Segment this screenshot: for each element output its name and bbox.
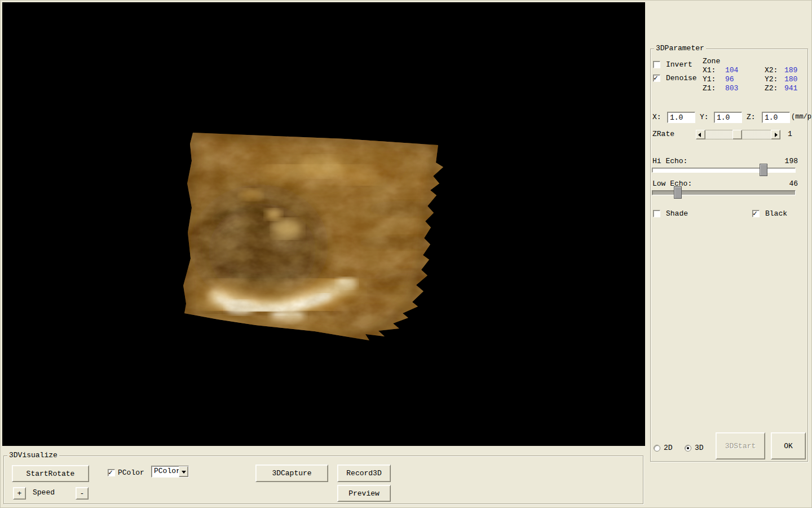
parameter-group: 3DParameter Invert Denoise Zone X1: 104 … [650,49,808,462]
3d-viewport[interactable] [2,2,645,446]
mode-2d-radio[interactable] [654,445,660,452]
denoise-checkbox[interactable] [653,75,660,82]
mode-3d-label: 3D [695,444,704,452]
record3d-button[interactable]: Record3D [337,465,391,482]
3dcapture-button[interactable]: 3DCapture [255,465,328,482]
start-rotate-button[interactable]: StartRotate [12,465,89,482]
pcolor-dropdown-arrow-icon[interactable] [179,466,188,477]
denoise-label: Denoise [666,75,697,82]
zone-y1-label: Y1: [703,76,716,84]
black-checkbox[interactable] [752,210,760,217]
x-scale-label: X: [652,113,661,121]
black-label: Black [765,210,787,218]
zone-x2-label: X2: [765,67,778,75]
visualize-group: 3DVisualize StartRotate + Speed - PColor… [3,456,643,504]
3dstart-button[interactable]: 3DStart [716,432,765,459]
visualize-group-title: 3DVisualize [7,452,59,459]
invert-checkbox[interactable] [653,61,660,68]
y-scale-label: Y: [700,113,709,121]
zone-y1-value: 96 [725,76,734,84]
low-echo-slider-thumb[interactable] [674,186,682,199]
zrate-scrollbar[interactable] [696,130,780,139]
speed-label: Speed [33,489,55,497]
speed-plus-button[interactable]: + [13,487,26,500]
zone-y2-value: 180 [784,76,797,84]
zone-x1-value: 104 [725,67,738,75]
parameter-group-title: 3DParameter [654,45,706,52]
zrate-scrollbar-thumb[interactable] [732,130,742,139]
ultrasound-3d-render [183,130,445,344]
zone-label: Zone [703,58,720,65]
zone-x2-value: 189 [784,67,797,75]
mode-2d-label: 2D [664,444,673,452]
pcolor-checkbox[interactable] [108,469,115,476]
zrate-right-arrow-icon[interactable] [771,130,780,139]
scale-unit-label: (mm/p) [791,113,812,121]
zone-z1-label: Z1: [703,85,716,93]
ok-button[interactable]: OK [771,432,806,459]
hi-echo-slider-thumb[interactable] [760,164,767,176]
shade-checkbox[interactable] [653,210,660,217]
pcolor-dropdown-value: PColor [154,467,180,476]
zone-z2-label: Z2: [765,85,778,93]
x-scale-input[interactable] [667,112,695,123]
mode-3d-radio[interactable] [685,445,691,452]
zrate-value: 1 [788,130,792,138]
zone-x1-label: X1: [703,67,716,75]
z-scale-label: Z: [747,113,756,121]
z-scale-input[interactable] [762,112,790,123]
zone-y2-label: Y2: [765,76,778,84]
preview-button[interactable]: Preview [337,485,391,502]
zrate-label: ZRate [652,130,674,138]
application-window: 3DParameter Invert Denoise Zone X1: 104 … [0,0,812,508]
zone-z2-value: 941 [784,85,797,93]
zrate-left-arrow-icon[interactable] [696,130,705,139]
y-scale-input[interactable] [714,112,742,123]
speed-minus-button[interactable]: - [76,487,89,500]
pcolor-dropdown[interactable]: PColor [151,466,189,478]
pcolor-checkbox-label: PColor [118,469,144,477]
invert-label: Invert [666,61,692,69]
zone-z1-value: 803 [725,85,738,93]
shade-label: Shade [666,210,688,218]
